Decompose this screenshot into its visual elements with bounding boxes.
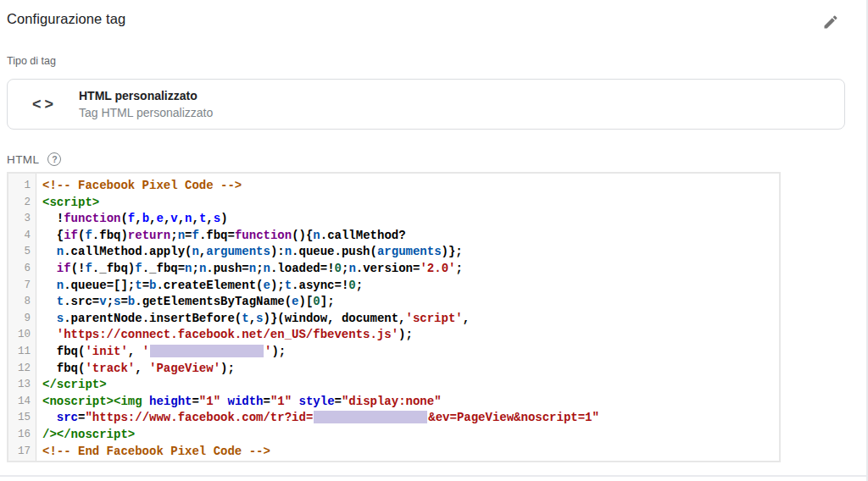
code-line: <noscript><img height="1" width="1" styl… <box>42 394 779 411</box>
code-line: /></noscript> <box>42 427 779 444</box>
line-number: 5 <box>8 244 36 261</box>
editor-gutter: 1234567891011121314151617 <box>8 174 36 461</box>
code-line: s.parentNode.insertBefore(t,s)}(window, … <box>42 311 779 328</box>
line-number: 6 <box>8 261 36 278</box>
line-number: 11 <box>8 344 36 361</box>
line-number: 10 <box>8 327 36 344</box>
line-number: 7 <box>8 278 36 295</box>
line-number: 1 <box>8 178 36 195</box>
tag-type-card[interactable]: <> HTML personalizzato Tag HTML personal… <box>7 79 845 130</box>
panel-header: Configurazione tag <box>0 0 866 33</box>
html-field-header: HTML ? <box>7 152 61 166</box>
code-line: <script> <box>42 195 779 212</box>
code-line: 'https://connect.facebook.net/en_US/fbev… <box>42 327 779 344</box>
redacted-pixel-id <box>314 411 427 423</box>
line-number: 2 <box>8 195 36 212</box>
html-field-label: HTML <box>7 153 39 166</box>
code-line: <!-- Facebook Pixel Code --> <box>42 178 779 195</box>
line-number: 9 <box>8 311 36 328</box>
tag-type-text: HTML personalizzato Tag HTML personalizz… <box>79 87 213 121</box>
line-number: 3 <box>8 211 36 228</box>
editor-code[interactable]: <!-- Facebook Pixel Code --><script> !fu… <box>36 174 779 461</box>
help-icon[interactable]: ? <box>47 152 61 166</box>
line-number: 17 <box>8 444 36 461</box>
line-number: 12 <box>8 361 36 378</box>
code-line: t.src=v;s=b.getElementsByTagName(e)[0]; <box>42 294 779 311</box>
line-number: 8 <box>8 294 36 311</box>
code-line: !function(f,b,e,v,n,t,s) <box>42 211 779 228</box>
code-line: {if(f.fbq)return;n=f.fbq=function(){n.ca… <box>42 228 779 245</box>
code-line: fbq('init', ''); <box>42 344 779 361</box>
code-line: n.queue=[];t=b.createElement(e);t.async=… <box>42 278 779 295</box>
code-line: src="https://www.facebook.com/tr?id=&ev=… <box>42 410 779 427</box>
tag-type-subtitle: Tag HTML personalizzato <box>79 104 213 121</box>
tag-configuration-panel: Configurazione tag Tipo di tag <> HTML p… <box>0 0 868 481</box>
section-divider <box>0 475 866 477</box>
pencil-icon <box>822 20 839 33</box>
redacted-pixel-id <box>150 345 264 357</box>
tag-type-label: Tipo di tag <box>7 55 866 67</box>
line-number: 14 <box>8 394 36 411</box>
code-line: n.callMethod.apply(n,arguments):n.queue.… <box>42 244 779 261</box>
line-number: 15 <box>8 410 36 427</box>
line-number: 13 <box>8 377 36 394</box>
line-number: 4 <box>8 228 36 245</box>
code-line: <!-- End Facebook Pixel Code --> <box>42 444 779 461</box>
code-line: </script> <box>42 377 779 394</box>
code-editor[interactable]: 1234567891011121314151617 <!-- Facebook … <box>7 172 781 462</box>
page-title: Configurazione tag <box>7 11 125 27</box>
line-number: 16 <box>8 427 36 444</box>
code-line: if(!f._fbq)f._fbq=n;n.push=n;n.loaded=!0… <box>42 261 779 278</box>
tag-type-title: HTML personalizzato <box>79 87 213 104</box>
edit-button[interactable] <box>821 13 841 33</box>
code-brackets-icon: <> <box>32 96 79 113</box>
code-line: fbq('track', 'PageView'); <box>42 361 779 378</box>
